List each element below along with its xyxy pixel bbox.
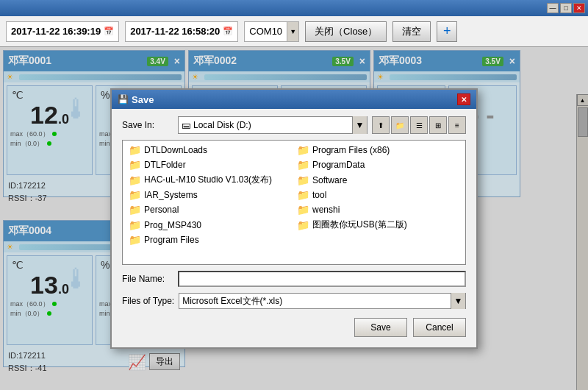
file-item-label: wenshi — [312, 205, 340, 215]
calendar2-icon[interactable]: 📅 — [223, 26, 233, 36]
save-in-dropdown-arrow[interactable]: ▼ — [352, 116, 367, 134]
dialog-buttons: Save Cancel — [122, 315, 466, 340]
folder-icon: 📁 — [129, 204, 141, 216]
dialog-title-area: 💾 Save — [118, 94, 154, 105]
file-item-label: HAC-uL-M10 Studio V1.03(发布) — [144, 174, 272, 186]
com-port-dropdown[interactable]: ▼ — [287, 22, 298, 41]
calendar1-icon[interactable]: 📅 — [104, 26, 114, 36]
folder-icon: 📁 — [129, 159, 141, 171]
file-item-software[interactable]: 📁 Software — [294, 173, 462, 187]
file-name-input[interactable] — [178, 271, 466, 287]
save-in-value: Local Disk (D:) — [193, 120, 352, 130]
file-item-label: IAR_Systems — [144, 190, 198, 200]
folder-icon: 📁 — [297, 144, 309, 156]
file-item-label: Personal — [144, 205, 179, 215]
close-button[interactable]: 关闭（Close） — [305, 21, 387, 42]
folder-icon: 📁 — [129, 189, 141, 201]
toolbar: 2017-11-22 16:39:19 📅 2017-11-22 16:58:2… — [0, 16, 588, 47]
file-item-label: Software — [312, 175, 347, 185]
files-of-type-value: Microsoft Excel文件(*.xls) — [179, 295, 451, 308]
dialog-title-text: Save — [132, 94, 154, 105]
clear-button[interactable]: 清空 — [392, 21, 431, 42]
dialog-close-button[interactable]: ✕ — [457, 93, 470, 105]
view-extra-button[interactable]: ≡ — [448, 116, 466, 134]
file-name-label: File Name: — [122, 274, 173, 284]
file-item-hac[interactable]: 📁 HAC-uL-M10 Studio V1.03(发布) — [126, 173, 294, 187]
file-item-programfiles[interactable]: 📁 Program Files — [126, 233, 294, 247]
folder-icon: 📁 — [129, 219, 141, 231]
file-item-label: Prog_MSP430 — [144, 220, 201, 230]
datetime1-value: 2017-11-22 16:39:19 — [11, 26, 101, 37]
dialog-body: Save In: 🖴 Local Disk (D:) ▼ ⬆ 📁 ☰ ⊞ ≡ — [112, 109, 476, 347]
com-port-selector[interactable]: COM10 ▼ — [244, 21, 299, 42]
folder-icon: 📁 — [129, 174, 141, 186]
save-in-label: Save In: — [122, 120, 173, 130]
file-name-row: File Name: — [122, 271, 466, 287]
folder-icon: 📁 — [297, 189, 309, 201]
com-port-value: COM10 — [245, 26, 287, 37]
dialog-cancel-button[interactable]: Cancel — [413, 318, 466, 337]
new-folder-button[interactable]: 📁 — [391, 116, 409, 134]
file-item-prog-msp430[interactable]: 📁 Prog_MSP430 — [126, 218, 294, 232]
file-item-label: DTLFolder — [144, 160, 186, 170]
main-content: 邓军0001 3.4V × ☀ ℃ 12.0 🌡 max（60.0） min（0… — [0, 47, 588, 390]
files-of-type-dropdown[interactable]: ▼ — [451, 293, 465, 309]
save-in-select[interactable]: 🖴 Local Disk (D:) ▼ — [178, 116, 368, 134]
file-item-dtlfolder[interactable]: 📁 DTLFolder — [126, 158, 294, 171]
file-item-label: DTLDownLoads — [144, 145, 207, 155]
file-list: 📁 DTLDownLoads 📁 Program Files (x86) 📁 D… — [122, 140, 466, 265]
view-list-button[interactable]: ☰ — [410, 116, 428, 134]
dialog-save-button[interactable]: Save — [354, 318, 407, 337]
save-toolbar: ⬆ 📁 ☰ ⊞ ≡ — [372, 116, 466, 134]
datetime2-display: 2017-11-22 16:58:20 📅 — [125, 21, 238, 42]
folder-icon: 📁 — [297, 159, 309, 171]
file-item-label: Program Files (x86) — [312, 145, 390, 155]
save-dialog: 💾 Save ✕ Save In: 🖴 Local Disk (D:) ▼ ⬆ — [110, 88, 478, 349]
save-in-row: Save In: 🖴 Local Disk (D:) ▼ ⬆ 📁 ☰ ⊞ ≡ — [122, 116, 466, 134]
up-folder-button[interactable]: ⬆ — [372, 116, 390, 134]
file-item-dtldownloads[interactable]: 📁 DTLDownLoads — [126, 143, 294, 157]
folder-icon: 📁 — [129, 234, 141, 246]
datetime2-value: 2017-11-22 16:58:20 — [130, 26, 220, 37]
disk-icon: 🖴 — [182, 120, 190, 130]
file-item-personal[interactable]: 📁 Personal — [126, 203, 294, 216]
window-close-button[interactable]: ✕ — [573, 3, 585, 13]
folder-icon: 📁 — [297, 219, 309, 231]
file-item-wenshi[interactable]: 📁 wenshi — [294, 203, 462, 216]
files-of-type-label: Files of Type: — [122, 296, 174, 306]
view-details-button[interactable]: ⊞ — [429, 116, 447, 134]
folder-icon: 📁 — [297, 204, 309, 216]
file-item-tool[interactable]: 📁 tool — [294, 188, 462, 202]
dialog-titlebar: 💾 Save ✕ — [112, 90, 476, 109]
window-controls: — □ ✕ — [547, 3, 585, 13]
file-item-label: tool — [312, 190, 326, 200]
title-bar: — □ ✕ — [0, 0, 588, 16]
minimize-button[interactable]: — — [547, 3, 559, 13]
add-button[interactable]: + — [437, 21, 457, 42]
folder-icon: 📁 — [297, 174, 309, 186]
dialog-overlay: 💾 Save ✕ Save In: 🖴 Local Disk (D:) ▼ ⬆ — [0, 47, 588, 390]
file-item-label: Program Files — [144, 235, 199, 245]
files-of-type-select[interactable]: Microsoft Excel文件(*.xls) ▼ — [179, 293, 466, 309]
folder-icon: 📁 — [129, 144, 141, 156]
files-of-type-row: Files of Type: Microsoft Excel文件(*.xls) … — [122, 293, 466, 309]
file-item-iar[interactable]: 📁 IAR_Systems — [126, 188, 294, 202]
file-item-label: ProgramData — [312, 160, 365, 170]
save-dialog-icon: 💾 — [118, 94, 129, 104]
file-item-programfilesx86[interactable]: 📁 Program Files (x86) — [294, 143, 462, 157]
maximize-button[interactable]: □ — [560, 3, 572, 13]
file-item-programdata[interactable]: 📁 ProgramData — [294, 158, 462, 171]
file-item-label: 图圈教你玩USB(第二版) — [312, 219, 407, 231]
datetime1-display: 2017-11-22 16:39:19 📅 — [6, 21, 119, 42]
file-item-tutusb[interactable]: 📁 图圈教你玩USB(第二版) — [294, 218, 462, 232]
